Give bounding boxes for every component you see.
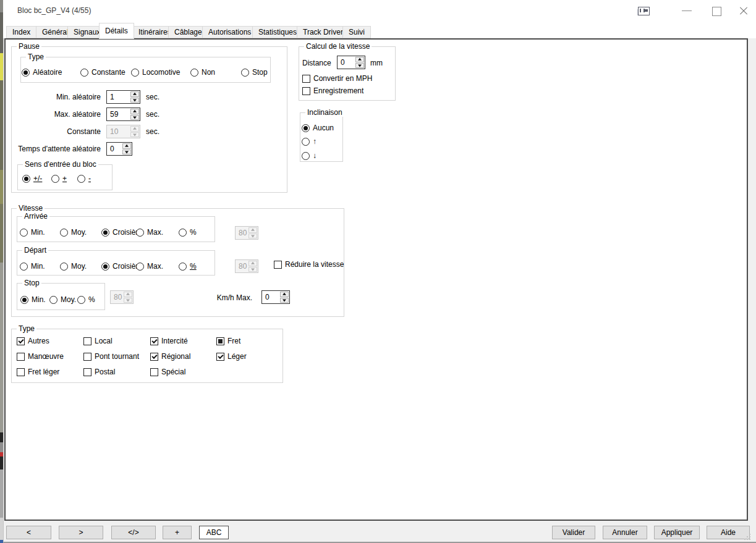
radio-pause-non[interactable]: Non xyxy=(190,67,215,77)
spinner-down-icon xyxy=(248,267,257,272)
checkbox-label: Enregistrement xyxy=(313,86,363,96)
radio-label: Max. xyxy=(147,262,163,271)
abc-button[interactable]: ABC xyxy=(199,526,229,539)
maximize-button[interactable] xyxy=(709,4,725,18)
spinner-up-icon[interactable] xyxy=(130,91,139,97)
radio-entry-plus[interactable]: + xyxy=(51,174,67,183)
radio-arrival-moy[interactable]: Moy. xyxy=(60,227,87,237)
window-title: Bloc bc_GP_V4 (4/55) xyxy=(17,6,91,15)
checkbox-label: Spécial xyxy=(161,368,185,377)
checkbox-special[interactable]: Spécial xyxy=(150,367,185,377)
tab-statistiques[interactable]: Statistiques xyxy=(252,26,303,38)
resize-grip[interactable] xyxy=(742,531,752,541)
spinner-down-icon[interactable] xyxy=(280,298,289,303)
radio-incline-down[interactable]: ↓ xyxy=(302,151,316,161)
checkbox-manoeuvre[interactable]: Manœuvre xyxy=(17,351,64,361)
radio-incline-up[interactable]: ↑ xyxy=(302,137,316,146)
pin-window-icon[interactable] xyxy=(637,7,650,15)
spinner-up-icon[interactable] xyxy=(280,292,289,297)
radio-pause-constante[interactable]: Constante xyxy=(80,67,125,77)
checkbox-label: Intercité xyxy=(161,337,188,346)
checkbox-recording[interactable]: Enregistrement xyxy=(302,86,363,96)
radio-stop-percent[interactable]: % xyxy=(77,295,95,305)
radio-dot xyxy=(80,69,88,77)
radio-stop-min[interactable]: Min. xyxy=(20,295,46,305)
checkbox-convert-mph[interactable]: Convertir en MPH xyxy=(302,74,372,83)
checkbox-label: Réduire la vitesse xyxy=(285,260,344,269)
max-random-spinner[interactable]: 59 xyxy=(106,107,140,121)
cancel-button[interactable]: Annuler xyxy=(603,526,647,539)
radio-departure-moy[interactable]: Moy. xyxy=(60,261,87,271)
distance-unit: mm xyxy=(370,59,383,68)
spinner-value: 1 xyxy=(107,91,130,103)
next-button[interactable]: > xyxy=(59,526,103,539)
checkbox-fret[interactable]: Fret xyxy=(216,336,240,346)
tab-suivi[interactable]: Suivi xyxy=(342,26,371,38)
apply-button[interactable]: Appliquer xyxy=(654,526,700,539)
radio-arrival-min[interactable]: Min. xyxy=(20,227,45,237)
radio-dot xyxy=(60,263,68,271)
code-button[interactable]: </> xyxy=(111,526,156,539)
spinner-up-icon[interactable] xyxy=(130,109,139,114)
spinner-down-icon xyxy=(124,298,132,303)
radio-dot xyxy=(20,296,28,304)
checkbox-box xyxy=(17,368,25,376)
spinner-value: 0 xyxy=(107,143,122,155)
radio-label: Min. xyxy=(31,228,45,237)
radio-incline-none[interactable]: Aucun xyxy=(302,123,334,133)
spinner-buttons xyxy=(130,91,140,103)
tab-autorisations[interactable]: Autorisations xyxy=(202,26,257,38)
radio-departure-percent[interactable]: % xyxy=(179,261,197,271)
spinner-up-icon[interactable] xyxy=(122,143,131,149)
radio-label: Aucun xyxy=(313,124,334,133)
add-button[interactable]: + xyxy=(163,526,192,539)
radio-pause-stop[interactable]: Stop xyxy=(241,67,268,77)
checkbox-reduce-speed[interactable]: Réduire la vitesse xyxy=(274,259,344,269)
radio-pause-aleatoire[interactable]: Aléatoire xyxy=(22,67,62,77)
departure-group-label: Départ xyxy=(22,246,48,255)
checkbox-leger[interactable]: Léger xyxy=(216,351,247,361)
radio-entry-minus[interactable]: - xyxy=(77,174,91,183)
radio-label: Min. xyxy=(31,262,45,271)
spinner-down-icon[interactable] xyxy=(122,149,131,155)
minimize-button[interactable] xyxy=(679,4,695,18)
validate-button[interactable]: Valider xyxy=(552,526,595,539)
spinner-buttons xyxy=(123,291,133,303)
checkbox-pont-tournant[interactable]: Pont tournant xyxy=(83,351,139,361)
radio-arrival-max[interactable]: Max. xyxy=(136,227,163,237)
checkbox-local[interactable]: Local xyxy=(83,336,113,346)
spinner-down-icon[interactable] xyxy=(130,115,139,120)
tab-details[interactable]: Détails xyxy=(99,23,134,39)
radio-label: + xyxy=(62,174,67,183)
constant-spinner: 10 xyxy=(106,125,140,138)
radio-arrival-percent[interactable]: % xyxy=(179,227,197,237)
radio-label: +/- xyxy=(33,174,42,183)
radio-departure-min[interactable]: Min. xyxy=(20,261,45,271)
random-wait-spinner[interactable]: 0 xyxy=(106,142,132,156)
checkbox-autres[interactable]: Autres xyxy=(17,336,49,346)
radio-label: Aléatoire xyxy=(33,68,62,77)
radio-stop-moy[interactable]: Moy. xyxy=(49,295,76,305)
checkbox-intercite[interactable]: Intercité xyxy=(150,336,188,346)
speed-calc-group-label: Calcul de la vitesse xyxy=(304,42,372,51)
close-button[interactable] xyxy=(736,4,752,18)
checkbox-regional[interactable]: Régional xyxy=(150,351,190,361)
checkbox-postal[interactable]: Postal xyxy=(83,367,115,377)
kmh-max-spinner[interactable]: 0 xyxy=(261,290,290,304)
radio-dot xyxy=(49,296,57,304)
radio-departure-max[interactable]: Max. xyxy=(136,261,163,271)
spinner-up-icon[interactable] xyxy=(355,57,364,62)
distance-spinner[interactable]: 0 xyxy=(337,56,365,69)
window-frame-icon xyxy=(638,7,650,15)
min-random-spinner[interactable]: 1 xyxy=(106,90,140,104)
checkbox-fret-leger[interactable]: Fret léger xyxy=(17,367,59,377)
radio-label: Stop xyxy=(252,68,268,77)
prev-button[interactable]: < xyxy=(6,526,51,539)
random-wait-label: Temps d'attente aléatoire xyxy=(12,145,101,154)
spinner-down-icon[interactable] xyxy=(355,63,364,69)
tab-track-driver[interactable]: Track Driver xyxy=(297,26,349,38)
tab-index[interactable]: Index xyxy=(6,26,36,38)
radio-pause-locomotive[interactable]: Locomotive xyxy=(131,67,180,77)
radio-entry-both[interactable]: +/- xyxy=(22,174,42,183)
spinner-down-icon[interactable] xyxy=(130,98,139,103)
